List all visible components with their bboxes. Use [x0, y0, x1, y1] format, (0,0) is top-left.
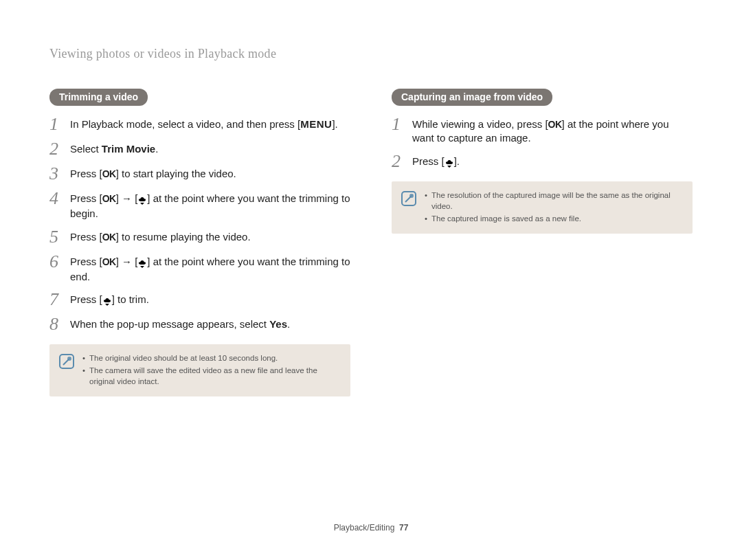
step-text: Press [].: [412, 153, 460, 170]
note-list: The resolution of the captured image wil…: [425, 190, 683, 225]
step: 7 Press [] to trim.: [49, 291, 350, 309]
left-column: Trimming a video 1 In Playback mode, sel…: [49, 89, 350, 396]
note-item: The captured image is saved as a new fil…: [425, 213, 683, 224]
macro-down-icon: [102, 294, 112, 308]
menu-label: MENU: [300, 118, 332, 130]
step-text: Press [OK] to start playing the video.: [70, 165, 236, 181]
step-text: Press [OK] → [] at the point where you w…: [70, 190, 350, 221]
note-icon: [401, 191, 416, 206]
macro-down-icon: [137, 256, 147, 270]
step: 6 Press [OK] → [] at the point where you…: [49, 253, 350, 284]
page-footer: Playback/Editing 77: [0, 523, 742, 533]
step-text: Select Trim Movie.: [70, 140, 158, 156]
step-number: 1: [49, 115, 62, 133]
ok-icon: OK: [102, 168, 116, 179]
step-text: Press [OK] to resume playing the video.: [70, 228, 251, 244]
content-columns: Trimming a video 1 In Playback mode, sel…: [49, 89, 693, 396]
step-number: 2: [49, 140, 62, 158]
note-box-right: The resolution of the captured image wil…: [392, 181, 693, 234]
step: 1 While viewing a video, press [OK] at t…: [392, 115, 693, 146]
section-heading-trimming: Trimming a video: [49, 89, 148, 106]
step-number: 6: [49, 253, 62, 271]
section-heading-capturing: Capturing an image from video: [392, 89, 552, 106]
note-item: The original video should be at least 10…: [82, 352, 341, 363]
ok-icon: OK: [548, 119, 562, 130]
page-title: Viewing photos or videos in Playback mod…: [49, 47, 693, 61]
note-item: The camera will save the edited video as…: [82, 365, 341, 387]
step-number: 2: [392, 153, 404, 170]
ok-icon: OK: [102, 256, 116, 267]
step-text: In Playback mode, select a video, and th…: [70, 115, 338, 131]
ok-icon: OK: [102, 232, 116, 243]
step-text: When the pop-up message appears, select …: [70, 315, 290, 331]
step: 2 Select Trim Movie.: [49, 140, 350, 158]
step-number: 5: [49, 228, 62, 246]
ok-icon: OK: [102, 193, 116, 204]
step: 3 Press [OK] to start playing the video.: [49, 165, 350, 183]
step-text: While viewing a video, press [OK] at the…: [412, 115, 693, 146]
step: 8 When the pop-up message appears, selec…: [49, 315, 350, 333]
footer-section: Playback/Editing: [334, 523, 395, 533]
right-column: Capturing an image from video 1 While vi…: [392, 89, 693, 396]
step: 2 Press [].: [392, 153, 693, 170]
step: 4 Press [OK] → [] at the point where you…: [49, 190, 350, 221]
note-item: The resolution of the captured image wil…: [425, 190, 683, 212]
macro-down-icon: [445, 156, 454, 170]
capturing-steps: 1 While viewing a video, press [OK] at t…: [392, 115, 693, 170]
step-number: 8: [49, 315, 62, 333]
step-number: 1: [392, 115, 404, 133]
step: 5 Press [OK] to resume playing the video…: [49, 228, 350, 246]
step-number: 3: [49, 165, 62, 183]
step-text: Press [OK] → [] at the point where you w…: [70, 253, 350, 284]
note-box-left: The original video should be at least 10…: [49, 344, 350, 396]
trimming-steps: 1 In Playback mode, select a video, and …: [49, 115, 350, 333]
step-text: Press [] to trim.: [70, 291, 149, 308]
macro-down-icon: [137, 193, 147, 207]
footer-page-number: 77: [399, 523, 408, 533]
step-number: 7: [49, 291, 62, 309]
note-icon: [59, 354, 74, 369]
step-number: 4: [49, 190, 62, 208]
step: 1 In Playback mode, select a video, and …: [49, 115, 350, 133]
note-list: The original video should be at least 10…: [82, 352, 341, 388]
